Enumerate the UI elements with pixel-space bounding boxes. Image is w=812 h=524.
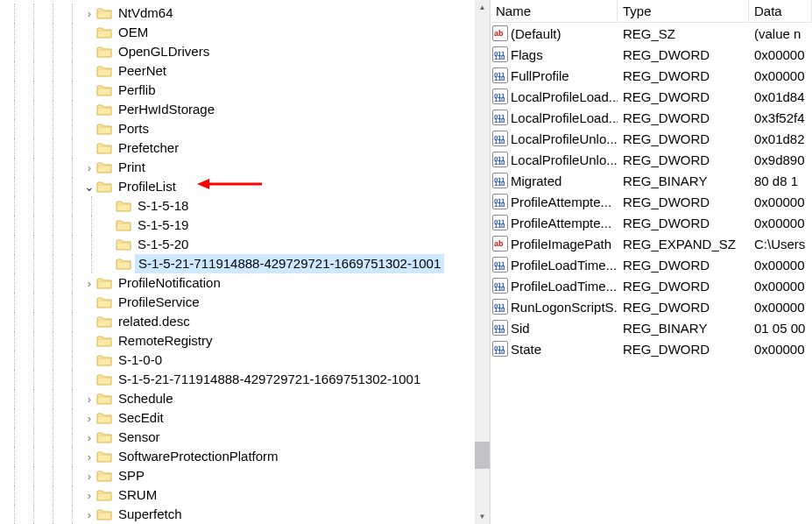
value-row[interactable]: RunLogonScriptS...REG_DWORD0x00000 (491, 296, 812, 317)
value-type: REG_BINARY (618, 321, 749, 336)
binary-value-icon (492, 67, 508, 83)
value-type: REG_DWORD (618, 47, 749, 62)
chevron-right-icon[interactable]: › (82, 450, 96, 464)
chevron-right-icon[interactable]: › (82, 160, 96, 174)
value-data: (value n (749, 26, 812, 41)
value-name: ProfileImagePath (511, 237, 611, 251)
value-name: ProfileLoadTime... (511, 258, 617, 273)
chevron-right-icon[interactable]: › (82, 430, 96, 444)
folder-icon (96, 470, 112, 482)
value-type: REG_DWORD (618, 279, 749, 294)
chevron-right-icon[interactable]: › (82, 6, 96, 20)
value-data: 80 d8 1 (749, 173, 812, 188)
value-type: REG_DWORD (618, 152, 749, 167)
scroll-down-arrow-icon[interactable]: ▼ (475, 509, 490, 524)
registry-tree[interactable]: ›NtVdm64OEMOpenGLDriversPeerNetPerflibPe… (0, 0, 490, 524)
chevron-right-icon[interactable]: › (82, 488, 96, 502)
tree-item-srum[interactable]: ›SRUM (5, 485, 490, 505)
tree-item-label: SecEdit (116, 409, 166, 427)
value-data: 0x00000 (749, 258, 812, 273)
tree-item-s-1-5-21-711914888-429729721-1669751302-1001[interactable]: S-1-5-21-711914888-429729721-1669751302-… (5, 254, 490, 273)
value-name: LocalProfileUnlo... (511, 131, 618, 146)
value-type: REG_DWORD (618, 216, 749, 230)
chevron-right-icon[interactable]: › (82, 507, 96, 521)
tree-item-s-1-5-21-711914888-429729721-1669751302-1001[interactable]: S-1-5-21-711914888-429729721-1669751302-… (5, 370, 490, 389)
tree-item-profilelist[interactable]: ⌄ProfileList (5, 177, 490, 196)
folder-icon (96, 161, 112, 173)
value-row[interactable]: FlagsREG_DWORD0x00000 (491, 44, 812, 65)
tree-item-schedule[interactable]: ›Schedule (5, 389, 490, 408)
chevron-right-icon[interactable]: › (82, 392, 96, 406)
tree-item-s-1-5-19[interactable]: S-1-5-19 (5, 216, 490, 235)
tree-item-perflib[interactable]: Perflib (5, 81, 490, 100)
tree-item-profilenotification[interactable]: ›ProfileNotification (5, 273, 490, 293)
column-header-data[interactable]: Data (749, 0, 812, 22)
chevron-right-icon[interactable]: › (82, 469, 96, 483)
values-pane: Name Type Data (Default)REG_SZ(value nFl… (491, 0, 812, 524)
value-row[interactable]: ProfileAttempte...REG_DWORD0x00000 (491, 212, 812, 233)
value-row[interactable]: MigratedREG_BINARY80 d8 1 (491, 170, 812, 191)
scroll-up-arrow-icon[interactable]: ▲ (475, 0, 490, 15)
folder-icon (96, 373, 112, 386)
value-data: 0x00000 (749, 47, 812, 62)
tree-item-label: Sensor (116, 428, 163, 446)
chevron-right-icon[interactable]: › (82, 411, 96, 425)
column-header-type[interactable]: Type (618, 0, 749, 22)
scroll-thumb[interactable] (475, 442, 490, 469)
value-type: REG_DWORD (618, 89, 749, 104)
folder-icon (96, 431, 112, 443)
tree-item-secedit[interactable]: ›SecEdit (5, 408, 490, 428)
value-row[interactable]: LocalProfileUnlo...REG_DWORD0x01d82 (491, 128, 812, 149)
folder-icon (96, 354, 112, 366)
tree-pane: ›NtVdm64OEMOpenGLDriversPeerNetPerflibPe… (0, 0, 491, 524)
tree-item-label: PeerNet (116, 62, 169, 80)
tree-item-peernet[interactable]: PeerNet (5, 61, 490, 81)
tree-scrollbar[interactable]: ▲ ▼ (475, 0, 490, 524)
value-data: 0x01d84 (749, 89, 812, 104)
chevron-right-icon[interactable]: › (82, 276, 96, 290)
folder-icon (96, 142, 112, 154)
values-header[interactable]: Name Type Data (491, 0, 812, 23)
tree-item-ntvdm64[interactable]: ›NtVdm64 (5, 4, 490, 23)
tree-item-label: S-1-5-19 (135, 216, 191, 234)
values-list[interactable]: (Default)REG_SZ(value nFlagsREG_DWORD0x0… (491, 23, 812, 359)
value-row[interactable]: SidREG_BINARY01 05 00 (491, 317, 812, 338)
tree-item-s-1-5-18[interactable]: S-1-5-18 (5, 196, 490, 216)
tree-item-label: ProfileService (116, 294, 202, 311)
folder-icon (96, 412, 112, 424)
tree-item-remoteregistry[interactable]: RemoteRegistry (5, 331, 490, 351)
value-type: REG_EXPAND_SZ (618, 237, 749, 251)
tree-item-print[interactable]: ›Print (5, 158, 490, 177)
tree-item-oem[interactable]: OEM (5, 23, 490, 42)
value-row[interactable]: ProfileImagePathREG_EXPAND_SZC:\Users (491, 233, 812, 254)
tree-item-superfetch[interactable]: ›Superfetch (5, 505, 490, 524)
tree-item-prefetcher[interactable]: Prefetcher (5, 138, 490, 158)
tree-item-s-1-0-0[interactable]: S-1-0-0 (5, 351, 490, 370)
tree-item-ports[interactable]: Ports (5, 119, 490, 138)
tree-item-spp[interactable]: ›SPP (5, 466, 490, 485)
tree-item-perhwidstorage[interactable]: PerHwIdStorage (5, 100, 490, 119)
tree-item-sensor[interactable]: ›Sensor (5, 428, 490, 447)
value-row[interactable]: LocalProfileLoad...REG_DWORD0x01d84 (491, 86, 812, 107)
tree-item-softwareprotectionplatform[interactable]: ›SoftwareProtectionPlatform (5, 447, 490, 466)
tree-item-label: Perflib (116, 81, 159, 99)
value-row[interactable]: ProfileAttempte...REG_DWORD0x00000 (491, 191, 812, 212)
value-row[interactable]: ProfileLoadTime...REG_DWORD0x00000 (491, 254, 812, 275)
binary-value-icon (492, 110, 508, 125)
value-row[interactable]: StateREG_DWORD0x00000 (491, 338, 812, 359)
value-type: REG_DWORD (618, 342, 749, 357)
value-row[interactable]: FullProfileREG_DWORD0x00000 (491, 65, 812, 86)
column-header-name[interactable]: Name (491, 0, 618, 22)
tree-item-profileservice[interactable]: ProfileService (5, 293, 490, 312)
tree-item-opengldrivers[interactable]: OpenGLDrivers (5, 42, 490, 61)
tree-item-s-1-5-20[interactable]: S-1-5-20 (5, 235, 490, 254)
value-row[interactable]: LocalProfileLoad...REG_DWORD0x3f52f4 (491, 107, 812, 128)
chevron-down-icon[interactable]: ⌄ (82, 180, 96, 194)
value-row[interactable]: (Default)REG_SZ(value n (491, 23, 812, 44)
value-row[interactable]: ProfileLoadTime...REG_DWORD0x00000 (491, 275, 812, 296)
tree-item-related-desc[interactable]: related.desc (5, 312, 490, 331)
value-type: REG_DWORD (618, 258, 749, 273)
value-row[interactable]: LocalProfileUnlo...REG_DWORD0x9d890 (491, 149, 812, 170)
binary-value-icon (492, 278, 508, 294)
tree-item-label: related.desc (116, 313, 193, 330)
